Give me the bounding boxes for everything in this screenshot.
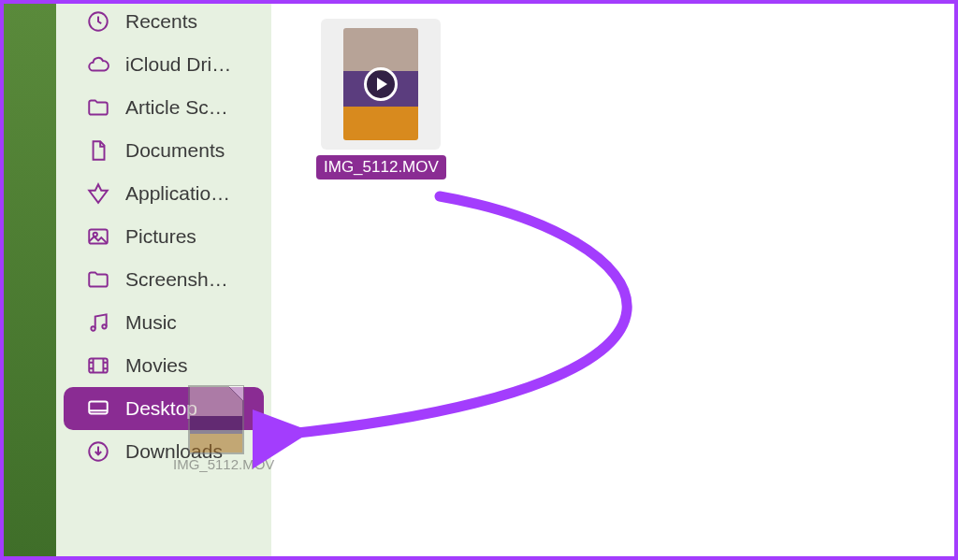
sidebar-item-label: Pictures [125, 225, 196, 248]
sidebar-item-recents[interactable]: Recents [64, 0, 264, 43]
sidebar-item-music[interactable]: Music [64, 301, 264, 344]
document-icon [86, 138, 110, 163]
sidebar-item-label: Article Sc… [125, 96, 228, 119]
applications-icon [86, 181, 110, 206]
sidebar-item-pictures[interactable]: Pictures [64, 215, 264, 258]
sidebar-item-label: Documents [125, 139, 225, 162]
sidebar-item-documents[interactable]: Documents [64, 129, 264, 172]
svg-point-3 [91, 326, 94, 330]
file-name-label[interactable]: IMG_5112.MOV [316, 155, 446, 179]
sidebar-item-icloud[interactable]: iCloud Dri… [64, 43, 264, 86]
sidebar-item-screenshots[interactable]: Screensh… [64, 258, 264, 301]
sidebar-item-label: Movies [125, 354, 188, 377]
sidebar-item-label: Music [125, 311, 177, 334]
file-thumbnail[interactable] [321, 19, 441, 150]
drag-ghost-thumb [188, 385, 244, 454]
drag-ghost-label: IMG_5112.MOV [173, 456, 259, 472]
sidebar-item-label: Screensh… [125, 268, 228, 291]
downloads-icon [86, 439, 110, 464]
sidebar-item-label: iCloud Dri… [125, 53, 231, 76]
sidebar-item-applications[interactable]: Applicatio… [64, 172, 264, 215]
sidebar-item-article[interactable]: Article Sc… [64, 86, 264, 129]
svg-rect-5 [89, 358, 108, 372]
window-edge [0, 0, 56, 560]
movies-icon [86, 353, 110, 378]
file-item[interactable]: IMG_5112.MOV [316, 19, 445, 179]
svg-rect-6 [89, 401, 108, 413]
svg-point-4 [102, 324, 106, 328]
folder-icon [86, 95, 110, 120]
drag-ghost: IMG_5112.MOV [173, 385, 259, 472]
play-icon [364, 67, 398, 101]
finder-sidebar: Recents iCloud Dri… Article Sc… Document… [56, 0, 271, 560]
finder-content[interactable]: IMG_5112.MOV [271, 0, 958, 560]
clock-icon [86, 9, 110, 34]
cloud-icon [86, 52, 110, 77]
sidebar-item-label: Applicatio… [125, 182, 230, 205]
pictures-icon [86, 224, 110, 249]
desktop-icon [86, 396, 110, 421]
folder-icon [86, 267, 110, 292]
music-icon [86, 310, 110, 335]
sidebar-item-label: Recents [125, 10, 197, 33]
sidebar-item-movies[interactable]: Movies [64, 344, 264, 387]
